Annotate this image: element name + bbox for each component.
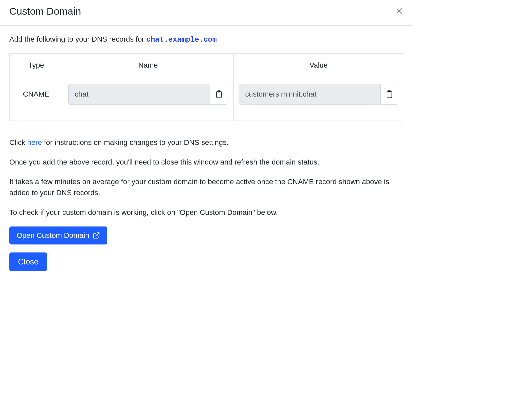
- svg-rect-2: [216, 92, 221, 98]
- open-custom-domain-button[interactable]: Open Custom Domain: [9, 226, 107, 244]
- svg-line-6: [96, 233, 99, 236]
- table-header-row: Type Name Value: [10, 54, 404, 77]
- check-instruction-text: To check if your custom domain is workin…: [9, 207, 404, 218]
- custom-domain-modal: Custom Domain Add the following to your …: [0, 0, 413, 279]
- record-name-cell: [63, 77, 234, 121]
- name-input-group: [68, 84, 228, 105]
- copy-value-button[interactable]: [380, 84, 398, 105]
- click-suffix: for instructions on making changes to yo…: [42, 138, 229, 147]
- record-value-input[interactable]: [239, 84, 381, 105]
- column-header-name: Name: [63, 54, 234, 77]
- instructions-link-text: Click here for instructions on making ch…: [9, 137, 404, 148]
- domain-name: chat.example.com: [146, 36, 217, 44]
- intro-prefix: Add the following to your DNS records fo…: [9, 35, 146, 43]
- clipboard-icon: [386, 90, 393, 99]
- record-name-input[interactable]: [68, 84, 210, 105]
- svg-rect-4: [387, 92, 392, 98]
- value-input-group: [239, 84, 399, 105]
- refresh-instruction-text: Once you add the above record, you'll ne…: [9, 157, 404, 168]
- close-button[interactable]: Close: [9, 252, 47, 271]
- close-icon[interactable]: [393, 5, 405, 17]
- modal-title: Custom Domain: [9, 6, 81, 17]
- wait-instruction-text: It takes a few minutes on average for yo…: [9, 176, 404, 198]
- intro-text: Add the following to your DNS records fo…: [9, 35, 404, 44]
- dns-records-table: Type Name Value CNAME: [9, 53, 404, 121]
- external-link-icon: [93, 232, 100, 239]
- modal-header: Custom Domain: [0, 0, 413, 26]
- copy-name-button[interactable]: [210, 84, 228, 105]
- open-domain-label: Open Custom Domain: [17, 231, 89, 240]
- modal-body: Add the following to your DNS records fo…: [0, 26, 413, 279]
- table-row: CNAME: [10, 77, 404, 121]
- column-header-type: Type: [10, 54, 63, 77]
- click-prefix: Click: [9, 138, 27, 147]
- clipboard-icon: [215, 90, 223, 99]
- column-header-value: Value: [233, 54, 404, 77]
- here-link[interactable]: here: [27, 138, 42, 147]
- record-type: CNAME: [10, 77, 63, 121]
- record-value-cell: [233, 77, 404, 121]
